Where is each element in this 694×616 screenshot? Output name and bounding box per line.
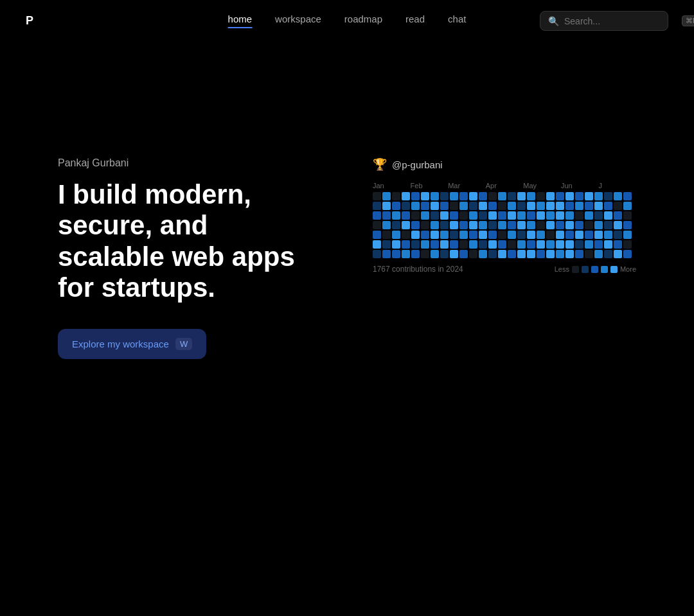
contrib-cell [431,192,439,200]
contrib-cell [431,240,439,249]
contrib-cell [450,231,458,239]
month-jul: J [598,182,636,189]
contrib-cell [614,231,622,239]
contrib-cell [498,211,506,220]
contrib-cell [508,221,516,229]
contrib-cell [556,211,564,220]
contrib-cell [604,231,612,239]
contrib-cell [440,250,449,258]
contrib-cell [517,202,526,210]
github-icon: 🏆 [373,157,387,172]
contrib-cell [594,221,603,229]
contrib-cell [392,211,400,220]
contrib-cell [392,231,400,239]
contrib-cell [527,240,535,249]
contrib-cell [402,211,410,220]
github-section: 🏆 @p-gurbani Jan Feb Mar Apr May Jun J 1… [373,157,636,274]
contrib-cell [431,202,439,210]
navbar: P home workspace roadmap read chat 🔍 ⌘K [0,0,694,42]
contrib-cell [546,221,555,229]
contrib-cell [575,240,583,249]
contrib-cell [479,221,487,229]
contrib-cell [479,250,487,258]
contrib-cell [469,202,477,210]
contrib-cell [537,231,545,239]
month-labels: Jan Feb Mar Apr May Jun J [373,182,636,189]
contrib-cell [450,211,458,220]
nav-home[interactable]: home [228,13,253,28]
contrib-cell [537,211,545,220]
nav-workspace[interactable]: workspace [275,13,321,28]
contrib-cells [373,192,636,258]
contrib-cell [546,250,555,258]
contrib-cell [440,240,449,249]
contributions-count: 1767 contributions in 2024 [373,265,463,274]
contrib-cell [498,250,506,258]
nav-links: home workspace roadmap read chat [228,13,467,28]
contrib-cell [508,250,516,258]
contrib-cell [508,240,516,249]
contrib-cell [565,231,574,239]
contrib-cell [411,231,420,239]
github-username: @p-gurbani [392,159,443,170]
legend-l2 [591,266,598,273]
contrib-cell [517,231,526,239]
contrib-cell [459,192,468,200]
contrib-cell [594,192,603,200]
contrib-cell [382,202,391,210]
contrib-cell [469,240,477,249]
contrib-cell [469,250,477,258]
hero-tagline: I build modern, secure, and scalable web… [58,179,321,303]
contrib-cell [614,192,622,200]
contrib-cell [450,202,458,210]
hero-name: Pankaj Gurbani [58,157,321,169]
month-jun: Jun [561,182,599,189]
contrib-cell [623,221,632,229]
contrib-cell [537,240,545,249]
contrib-cell [517,250,526,258]
contrib-cell [614,250,622,258]
contrib-cell [402,240,410,249]
cta-label: Explore my workspace [72,339,169,349]
contrib-cell [517,240,526,249]
contrib-cell [546,202,555,210]
contrib-cell [469,211,477,220]
search-input[interactable] [564,16,677,26]
contrib-cell [565,192,574,200]
hero-left: Pankaj Gurbani I build modern, secure, a… [58,157,321,359]
contrib-cell [431,211,439,220]
contrib-cell [411,202,420,210]
contrib-cell [421,211,429,220]
contrib-cell [440,221,449,229]
contrib-cell [575,221,583,229]
contrib-legend: Less More [555,265,636,273]
nav-read[interactable]: read [405,13,425,28]
contrib-cell [585,211,593,220]
contrib-cell [392,221,400,229]
contrib-cell [488,240,497,249]
contrib-cell [623,250,632,258]
contrib-cell [459,231,468,239]
contrib-cell [402,221,410,229]
contrib-cell [604,192,612,200]
contrib-cell [565,250,574,258]
nav-roadmap[interactable]: roadmap [344,13,382,28]
contrib-cell [373,211,381,220]
legend-l0 [572,266,579,273]
contrib-cell [373,192,381,200]
contrib-cell [488,221,497,229]
contrib-cell [546,211,555,220]
contrib-cell [488,192,497,200]
contrib-cell [508,231,516,239]
contrib-cell [373,250,381,258]
contrib-cell [594,240,603,249]
contrib-cell [517,221,526,229]
contrib-cell [498,221,506,229]
explore-workspace-button[interactable]: Explore my workspace W [58,329,206,359]
contrib-cell [565,240,574,249]
contrib-cell [450,240,458,249]
contrib-cell [440,202,449,210]
contrib-cell [402,250,410,258]
legend-l4 [610,266,618,273]
nav-chat[interactable]: chat [448,13,466,28]
